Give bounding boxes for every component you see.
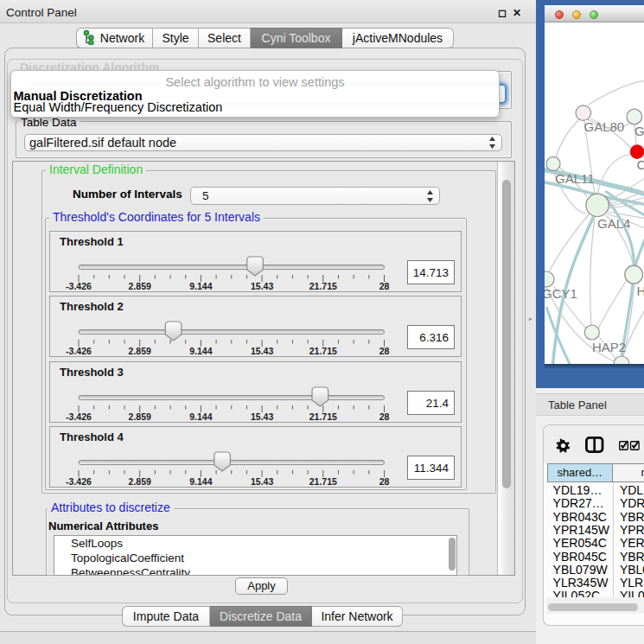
svg-text:9.144: 9.144 <box>189 476 212 487</box>
svg-text:28: 28 <box>379 346 390 356</box>
svg-text:28: 28 <box>379 476 390 487</box>
svg-text:-3.426: -3.426 <box>66 476 92 487</box>
svg-text:2.859: 2.859 <box>129 476 151 487</box>
svg-text:15.43: 15.43 <box>251 346 273 356</box>
svg-text:-3.426: -3.426 <box>66 346 92 356</box>
svg-text:HAP2: HAP2 <box>592 340 626 354</box>
svg-text:28: 28 <box>379 411 390 422</box>
svg-text:2.859: 2.859 <box>129 346 151 356</box>
svg-text:-3.426: -3.426 <box>66 281 92 291</box>
svg-text:-3.426: -3.426 <box>66 411 92 422</box>
svg-text:GA: GA <box>634 124 644 138</box>
svg-text:C: C <box>637 157 644 172</box>
svg-text:21.715: 21.715 <box>309 411 337 422</box>
svg-text:H: H <box>637 284 644 298</box>
svg-text:GAL11: GAL11 <box>555 171 595 186</box>
svg-text:9.144: 9.144 <box>189 346 212 356</box>
svg-text:28: 28 <box>379 281 390 291</box>
svg-text:15.43: 15.43 <box>251 476 273 487</box>
svg-text:2.859: 2.859 <box>129 281 151 291</box>
svg-text:9.144: 9.144 <box>189 281 212 291</box>
svg-text:9.144: 9.144 <box>189 411 212 422</box>
svg-text:15.43: 15.43 <box>251 411 273 422</box>
svg-text:2.859: 2.859 <box>129 411 151 422</box>
svg-text:GAL80: GAL80 <box>584 119 625 134</box>
svg-text:21.715: 21.715 <box>309 281 337 291</box>
svg-text:21.715: 21.715 <box>309 476 337 487</box>
svg-text:21.715: 21.715 <box>309 346 337 356</box>
svg-text:GCY1: GCY1 <box>545 286 577 301</box>
svg-text:GAL4: GAL4 <box>597 216 630 231</box>
svg-text:15.43: 15.43 <box>251 281 273 291</box>
